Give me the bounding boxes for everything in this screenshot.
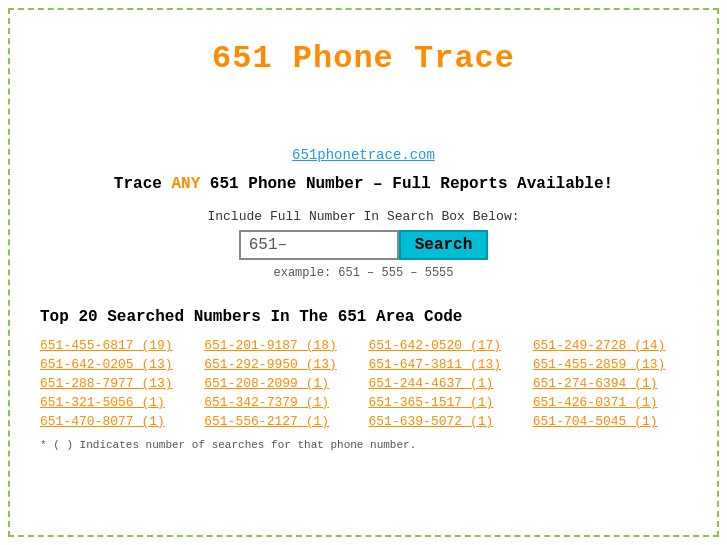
- number-link[interactable]: 651-292-9950 (13): [204, 357, 358, 372]
- number-link[interactable]: 651-244-4637 (1): [369, 376, 523, 391]
- number-link[interactable]: 651-288-7977 (13): [40, 376, 194, 391]
- number-link[interactable]: 651-556-2127 (1): [204, 414, 358, 429]
- number-link[interactable]: 651-249-2728 (14): [533, 338, 687, 353]
- number-link[interactable]: 651-642-0205 (13): [40, 357, 194, 372]
- number-link[interactable]: 651-342-7379 (1): [204, 395, 358, 410]
- number-link[interactable]: 651-647-3811 (13): [369, 357, 523, 372]
- tagline-prefix: Trace: [114, 175, 172, 193]
- top-numbers-title: Top 20 Searched Numbers In The 651 Area …: [40, 308, 462, 326]
- number-link[interactable]: 651-426-0371 (1): [533, 395, 687, 410]
- tagline-any: ANY: [171, 175, 200, 193]
- number-link[interactable]: 651-274-6394 (1): [533, 376, 687, 391]
- site-url-link[interactable]: 651phonetrace.com: [292, 147, 435, 163]
- number-link[interactable]: 651-365-1517 (1): [369, 395, 523, 410]
- number-link[interactable]: 651-201-9187 (18): [204, 338, 358, 353]
- footer-note: * ( ) Indicates number of searches for t…: [40, 439, 416, 451]
- search-button[interactable]: Search: [399, 230, 489, 260]
- tagline-suffix: 651 Phone Number – Full Reports Availabl…: [200, 175, 613, 193]
- number-link[interactable]: 651-208-2099 (1): [204, 376, 358, 391]
- tagline: Trace ANY 651 Phone Number – Full Report…: [114, 175, 613, 193]
- numbers-grid: 651-455-6817 (19)651-201-9187 (18)651-64…: [40, 338, 687, 429]
- number-link[interactable]: 651-321-5056 (1): [40, 395, 194, 410]
- number-link[interactable]: 651-455-2859 (13): [533, 357, 687, 372]
- search-example: example: 651 – 555 – 5555: [273, 266, 453, 280]
- number-link[interactable]: 651-642-0520 (17): [369, 338, 523, 353]
- search-section: Include Full Number In Search Box Below:…: [207, 209, 519, 280]
- search-row: Search: [239, 230, 489, 260]
- number-link[interactable]: 651-639-5072 (1): [369, 414, 523, 429]
- number-link[interactable]: 651-704-5045 (1): [533, 414, 687, 429]
- number-link[interactable]: 651-455-6817 (19): [40, 338, 194, 353]
- search-input[interactable]: [239, 230, 399, 260]
- page-title: 651 Phone Trace: [212, 40, 515, 77]
- number-link[interactable]: 651-470-8077 (1): [40, 414, 194, 429]
- search-label: Include Full Number In Search Box Below:: [207, 209, 519, 224]
